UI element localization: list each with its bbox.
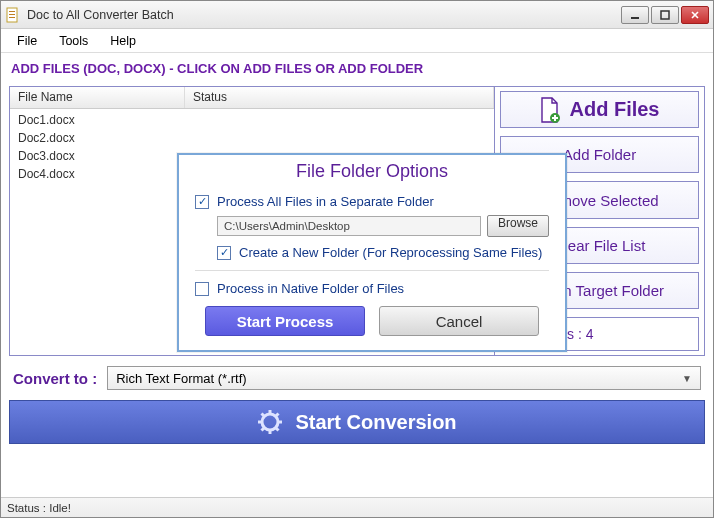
native-folder-label: Process in Native Folder of Files — [217, 281, 404, 296]
svg-point-20 — [267, 419, 274, 426]
dialog-body: ✓ Process All Files in a Separate Folder… — [179, 186, 565, 350]
svg-rect-4 — [631, 17, 639, 19]
maximize-button[interactable] — [651, 6, 679, 24]
option-separate-folder-row: ✓ Process All Files in a Separate Folder — [195, 190, 549, 213]
native-folder-checkbox[interactable] — [195, 282, 209, 296]
close-button[interactable] — [681, 6, 709, 24]
menu-help[interactable]: Help — [100, 31, 146, 51]
output-path-value: C:\Users\Admin\Desktop — [224, 220, 350, 232]
statusbar: Status : Idle! — [1, 497, 713, 517]
table-row[interactable]: Doc1.docx — [10, 111, 494, 129]
dialog-title: File Folder Options — [179, 155, 565, 186]
svg-rect-10 — [552, 117, 558, 119]
menubar: File Tools Help — [1, 29, 713, 53]
svg-rect-3 — [9, 17, 15, 18]
app-icon — [5, 7, 21, 23]
col-filename[interactable]: File Name — [10, 87, 185, 108]
option-native-folder-row: Process in Native Folder of Files — [195, 277, 549, 300]
separate-folder-label: Process All Files in a Separate Folder — [217, 194, 434, 209]
start-process-button[interactable]: Start Process — [205, 306, 365, 336]
browse-button[interactable]: Browse — [487, 215, 549, 237]
menu-file[interactable]: File — [7, 31, 47, 51]
add-files-label: Add Files — [569, 98, 659, 121]
file-name-cell: Doc3.docx — [18, 149, 75, 163]
gear-icon — [257, 409, 283, 435]
path-row: C:\Users\Admin\Desktop Browse — [217, 215, 549, 237]
file-folder-options-dialog: File Folder Options ✓ Process All Files … — [177, 153, 567, 352]
minimize-button[interactable] — [621, 6, 649, 24]
file-name-cell: Doc4.docx — [18, 167, 75, 181]
convert-format-select[interactable]: Rich Text Format (*.rtf) ▼ — [107, 366, 701, 390]
cancel-label: Cancel — [436, 313, 483, 330]
svg-rect-1 — [9, 11, 15, 12]
convert-to-label: Convert to : — [13, 370, 97, 387]
separate-folder-checkbox[interactable]: ✓ — [195, 195, 209, 209]
dialog-buttons: Start Process Cancel — [195, 300, 549, 338]
svg-line-17 — [276, 428, 279, 431]
svg-line-18 — [276, 414, 279, 417]
svg-rect-5 — [661, 11, 669, 19]
start-conversion-button[interactable]: Start Conversion — [9, 400, 705, 444]
start-process-label: Start Process — [237, 313, 334, 330]
menu-tools[interactable]: Tools — [49, 31, 98, 51]
window-title: Doc to All Converter Batch — [27, 8, 619, 22]
col-status[interactable]: Status — [185, 87, 494, 108]
file-name-cell: Doc1.docx — [18, 113, 75, 127]
clear-list-label: Clear File List — [554, 237, 646, 254]
chevron-down-icon: ▼ — [682, 373, 692, 384]
content-area: ADD FILES (DOC, DOCX) - CLICK ON ADD FIL… — [1, 53, 713, 497]
browse-label: Browse — [498, 216, 538, 230]
table-row[interactable]: Doc2.docx — [10, 129, 494, 147]
svg-rect-2 — [9, 14, 15, 15]
titlebar: Doc to All Converter Batch — [1, 1, 713, 29]
add-file-icon — [539, 97, 561, 123]
start-conversion-label: Start Conversion — [295, 411, 456, 434]
convert-row: Convert to : Rich Text Format (*.rtf) ▼ — [9, 362, 705, 394]
svg-line-19 — [262, 428, 265, 431]
column-headers: File Name Status — [10, 87, 494, 109]
output-path-field[interactable]: C:\Users\Admin\Desktop — [217, 216, 481, 236]
add-folder-label: Add Folder — [563, 146, 636, 163]
app-window: Doc to All Converter Batch File Tools He… — [0, 0, 714, 518]
svg-line-16 — [262, 414, 265, 417]
instructions-label: ADD FILES (DOC, DOCX) - CLICK ON ADD FIL… — [9, 59, 705, 80]
create-new-folder-label: Create a New Folder (For Reprocessing Sa… — [239, 245, 542, 260]
add-files-button[interactable]: Add Files — [500, 91, 699, 128]
status-text: Status : Idle! — [7, 502, 71, 514]
convert-format-value: Rich Text Format (*.rtf) — [116, 371, 247, 386]
create-new-folder-checkbox[interactable]: ✓ — [217, 246, 231, 260]
dialog-separator — [195, 270, 549, 271]
cancel-button[interactable]: Cancel — [379, 306, 539, 336]
file-name-cell: Doc2.docx — [18, 131, 75, 145]
option-create-new-row: ✓ Create a New Folder (For Reprocessing … — [217, 241, 549, 264]
